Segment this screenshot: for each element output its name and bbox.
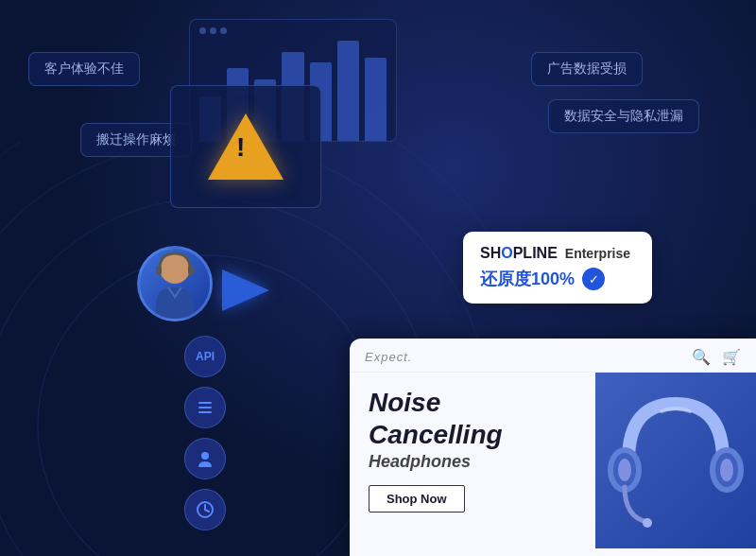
- cart-icon[interactable]: 🛒: [722, 348, 741, 366]
- avatar-person-svg: [142, 248, 208, 319]
- svg-point-10: [201, 452, 209, 460]
- bar-7: [365, 58, 387, 142]
- warning-card-1: 客户体验不佳: [28, 52, 140, 86]
- svg-line-13: [205, 510, 209, 512]
- direction-arrow: [222, 269, 269, 311]
- window-controls: [199, 27, 227, 34]
- svg-point-16: [618, 459, 631, 481]
- icon-column: API: [184, 336, 226, 530]
- user-icon-badge: [184, 438, 226, 479]
- store-content: Noise Cancelling Headphones Shop Now: [350, 373, 595, 548]
- store-header: Expect. 🔍 🛒: [350, 339, 756, 373]
- product-heading-line1: Noise: [369, 388, 576, 418]
- restore-row: 还原度100% ✓: [480, 268, 635, 290]
- warning-triangle-icon: [208, 113, 284, 180]
- list-icon-badge: [184, 387, 226, 428]
- enterprise-card: SHOPLINE Enterprise 还原度100% ✓: [463, 232, 652, 304]
- shopline-logo: SHOPLINE Enterprise: [480, 245, 635, 262]
- warning-card-4: 数据安全与隐私泄漏: [548, 99, 699, 133]
- store-logo: Expect.: [365, 350, 412, 364]
- svg-rect-7: [198, 402, 212, 404]
- warning-card-3: 广告数据受损: [531, 52, 643, 86]
- search-icon[interactable]: 🔍: [692, 348, 711, 366]
- svg-point-20: [643, 518, 652, 528]
- product-image-area: [595, 373, 756, 548]
- store-nav-icons: 🔍 🛒: [692, 348, 741, 366]
- store-body: Noise Cancelling Headphones Shop Now: [350, 373, 756, 548]
- svg-rect-8: [198, 407, 212, 408]
- storefront-card: Expect. 🔍 🛒 Noise Cancelling Headphones …: [350, 339, 756, 556]
- api-icon-badge: API: [184, 336, 226, 377]
- clock-icon-badge: [184, 489, 226, 530]
- svg-rect-6: [188, 266, 194, 275]
- check-badge: ✓: [582, 268, 605, 290]
- headphones-image: [600, 375, 751, 546]
- svg-rect-5: [156, 266, 162, 275]
- avatar: [137, 246, 213, 321]
- product-subheading: Headphones: [369, 452, 576, 472]
- shop-now-button[interactable]: Shop Now: [369, 485, 465, 513]
- svg-point-19: [720, 459, 733, 481]
- bar-6: [337, 41, 359, 141]
- svg-rect-9: [198, 411, 212, 413]
- product-heading-line2: Cancelling: [369, 420, 576, 450]
- warning-triangle-card: [170, 85, 321, 208]
